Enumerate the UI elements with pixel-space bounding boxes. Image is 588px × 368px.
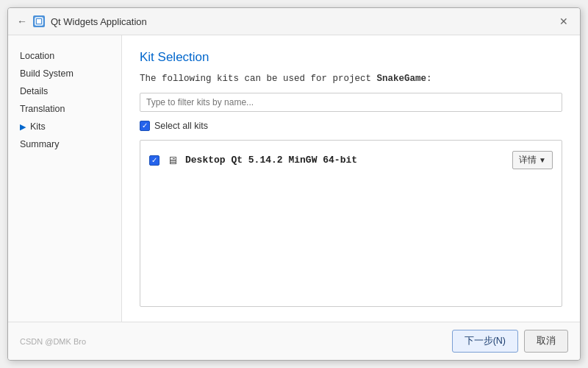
description-suffix: : [426, 74, 432, 84]
sidebar-details-label: Details [20, 86, 48, 96]
main-content: Kit Selection The following kits can be … [122, 35, 580, 322]
sidebar-kits-label: Kits [30, 121, 46, 132]
kit-label: Desktop Qt 5.14.2 MinGW 64-bit [185, 155, 505, 166]
sidebar-translation-label: Translation [20, 104, 65, 114]
project-description: The following kits can be used for proje… [140, 74, 562, 84]
details-button[interactable]: 详情 ▼ [512, 151, 553, 169]
kit-checkbox[interactable] [149, 155, 159, 166]
dialog: ← Qt Widgets Application ✕ Location Buil… [7, 7, 581, 361]
description-prefix: The following kits can be used for proje… [140, 74, 377, 84]
title-bar-left: ← Qt Widgets Application [17, 15, 147, 27]
select-all-label: Select all kits [154, 121, 208, 131]
title-bar: ← Qt Widgets Application ✕ [8, 8, 580, 35]
cancel-button[interactable]: 取消 [524, 330, 568, 353]
project-name: SnakeGame [377, 74, 427, 84]
filter-input[interactable] [140, 93, 562, 112]
sidebar-item-location[interactable]: Location [8, 47, 121, 65]
section-title: Kit Selection [140, 50, 562, 65]
dialog-footer: CSDN @DMK Bro 下一步(N) 取消 [8, 322, 580, 360]
kit-item: 🖥 Desktop Qt 5.14.2 MinGW 64-bit 详情 ▼ [140, 144, 562, 177]
sidebar-location-label: Location [20, 51, 54, 61]
select-all-row: Select all kits [140, 121, 562, 131]
app-icon [33, 15, 45, 27]
sidebar-item-kits[interactable]: ▶ Kits [8, 118, 121, 135]
details-chevron-icon: ▼ [539, 156, 546, 164]
select-all-checkbox[interactable] [140, 121, 150, 131]
next-button[interactable]: 下一步(N) [452, 330, 518, 353]
details-label: 详情 [519, 154, 537, 166]
sidebar-item-summary[interactable]: Summary [8, 135, 121, 153]
dialog-title: Qt Widgets Application [51, 16, 147, 27]
kits-arrow-icon: ▶ [20, 122, 26, 132]
watermark: CSDN @DMK Bro [20, 337, 86, 346]
back-icon[interactable]: ← [17, 15, 27, 27]
svg-rect-1 [37, 19, 41, 24]
kit-list: 🖥 Desktop Qt 5.14.2 MinGW 64-bit 详情 ▼ [140, 140, 562, 307]
dialog-body: Location Build System Details Translatio… [8, 35, 580, 322]
sidebar-summary-label: Summary [20, 139, 59, 149]
sidebar-item-build-system[interactable]: Build System [8, 65, 121, 82]
sidebar-build-system-label: Build System [20, 68, 74, 79]
sidebar-item-translation[interactable]: Translation [8, 100, 121, 118]
sidebar-item-details[interactable]: Details [8, 82, 121, 100]
sidebar: Location Build System Details Translatio… [8, 35, 122, 322]
close-button[interactable]: ✕ [556, 14, 571, 29]
monitor-icon: 🖥 [167, 154, 178, 166]
